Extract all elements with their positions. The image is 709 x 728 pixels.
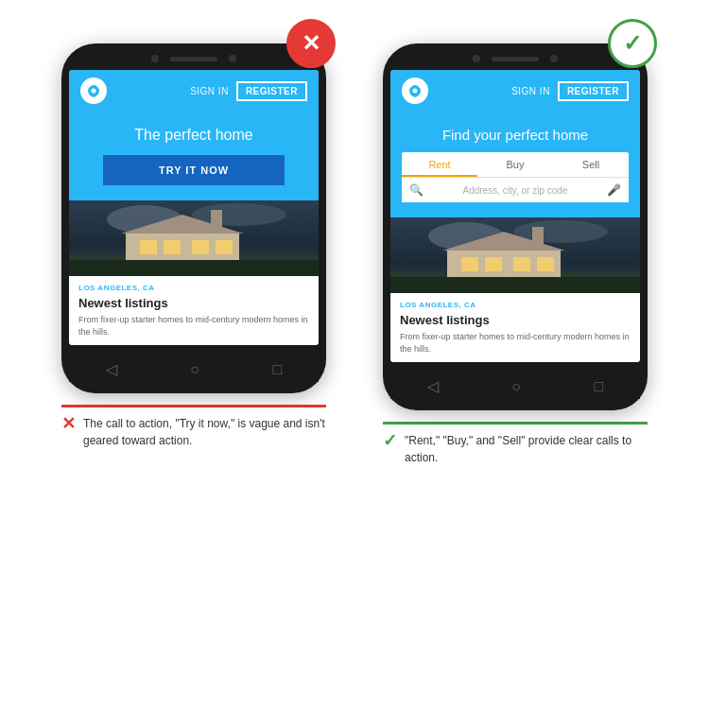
svg-rect-24: [537, 257, 554, 271]
home-icon-bad[interactable]: ○: [190, 361, 199, 378]
tab-buy[interactable]: Buy: [477, 152, 553, 177]
bad-property-desc: From fixer-up starter homes to mid-centu…: [78, 314, 309, 338]
good-phone-frame: SIGN IN REGISTER Find your perfect home …: [383, 43, 648, 410]
svg-point-0: [92, 89, 96, 94]
phone-camera2-bad: [229, 55, 236, 62]
bad-sign-in[interactable]: SIGN IN: [190, 86, 229, 96]
bad-card-area: LOS ANGELES, CA Newest listings From fix…: [69, 200, 319, 345]
back-icon-bad[interactable]: ◁: [106, 360, 117, 378]
good-badge: ✓: [608, 19, 657, 68]
bad-property-image: [69, 200, 319, 276]
svg-rect-22: [485, 257, 502, 271]
bad-property-info: LOS ANGELES, CA Newest listings From fix…: [69, 276, 319, 345]
back-icon-good[interactable]: ◁: [427, 377, 439, 395]
bad-caption-icon: ✕: [61, 415, 76, 432]
good-phone-screen: SIGN IN REGISTER Find your perfect home …: [390, 70, 640, 362]
bad-register-button[interactable]: REGISTER: [236, 81, 307, 101]
good-app-header: SIGN IN REGISTER: [390, 70, 640, 112]
good-property-desc: From fixer-up starter homes to mid-centu…: [400, 331, 631, 355]
bad-caption-bar: [61, 405, 326, 407]
bad-property-title: Newest listings: [78, 296, 309, 310]
recents-icon-good[interactable]: □: [595, 378, 604, 395]
bad-badge: ✕: [286, 19, 336, 68]
bad-badge-icon: ✕: [302, 30, 320, 57]
bad-caption-section: ✕ The call to action, "Try it now," is v…: [61, 405, 326, 449]
good-register-button[interactable]: REGISTER: [558, 81, 629, 101]
svg-rect-7: [211, 210, 222, 227]
good-badge-icon: ✓: [623, 30, 642, 57]
bad-phone-screen: SIGN IN REGISTER The perfect home TRY IT…: [69, 70, 319, 345]
home-icon-good[interactable]: ○: [511, 378, 521, 395]
good-header-nav: SIGN IN REGISTER: [511, 81, 629, 101]
search-placeholder: Address, city, or zip code: [429, 185, 601, 196]
svg-rect-11: [216, 240, 233, 254]
search-icon: 🔍: [409, 183, 424, 197]
good-caption-text: "Rent," "Buy," and "Sell" provide clear …: [405, 432, 648, 466]
good-search-bar[interactable]: 🔍 Address, city, or zip code 🎤: [402, 177, 629, 202]
svg-point-13: [413, 89, 418, 94]
tab-sell[interactable]: Sell: [553, 152, 629, 177]
bad-hero-title: The perfect home: [80, 127, 307, 144]
bad-house-svg: [69, 200, 319, 276]
tab-rent[interactable]: Rent: [402, 152, 477, 177]
bad-app-header: SIGN IN REGISTER: [69, 70, 319, 112]
bad-app-logo: [80, 78, 107, 104]
logo-icon-bad: [86, 83, 101, 98]
comparison-container: ✕ SIGN IN R: [9, 19, 700, 466]
good-bottom-nav: ◁ ○ □: [390, 370, 640, 399]
bad-location: LOS ANGELES, CA: [78, 284, 309, 292]
logo-icon-good: [407, 83, 423, 98]
good-caption-bar: [383, 422, 648, 425]
bad-phone-section: ✕ SIGN IN R: [43, 19, 345, 449]
good-property-info: LOS ANGELES, CA Newest listings From fix…: [390, 293, 640, 362]
svg-rect-10: [192, 240, 209, 254]
phone-top-bar-good: [390, 55, 640, 62]
good-caption-section: ✓ "Rent," "Buy," and "Sell" provide clea…: [383, 422, 648, 466]
good-house-svg: [390, 217, 640, 293]
bad-phone-frame: SIGN IN REGISTER The perfect home TRY IT…: [61, 43, 326, 393]
bad-cta-button[interactable]: TRY IT NOW: [103, 155, 285, 185]
phone-camera-good: [473, 55, 480, 62]
phone-camera-bad: [151, 55, 159, 62]
good-caption-content: ✓ "Rent," "Buy," and "Sell" provide clea…: [383, 432, 648, 466]
good-search-section: Find your perfect home Rent Buy Sell: [390, 112, 640, 217]
good-location: LOS ANGELES, CA: [400, 301, 631, 309]
svg-rect-9: [164, 240, 181, 254]
good-property-title: Newest listings: [400, 313, 631, 327]
bad-bottom-nav: ◁ ○ □: [69, 353, 319, 382]
svg-rect-12: [69, 260, 319, 276]
svg-rect-8: [140, 240, 157, 254]
good-property-image: [390, 217, 640, 293]
svg-rect-20: [532, 227, 544, 244]
svg-rect-21: [461, 257, 478, 271]
mic-icon[interactable]: 🎤: [607, 183, 621, 197]
recents-icon-bad[interactable]: □: [273, 361, 283, 378]
svg-rect-25: [390, 277, 640, 293]
phone-camera2-good: [550, 55, 558, 62]
bad-hero-section: The perfect home TRY IT NOW: [69, 112, 319, 200]
good-card-area: LOS ANGELES, CA Newest listings From fix…: [390, 217, 640, 362]
good-tab-bar: Rent Buy Sell: [402, 152, 629, 177]
bad-caption-text: The call to action, "Try it now," is vag…: [83, 415, 326, 449]
bad-caption-content: ✕ The call to action, "Try it now," is v…: [61, 415, 326, 449]
svg-rect-23: [513, 257, 530, 271]
good-hero-title: Find your perfect home: [402, 127, 629, 143]
good-app-logo: [402, 78, 428, 104]
phone-speaker-bad: [170, 57, 217, 61]
phone-speaker-good: [492, 57, 539, 61]
bad-header-nav: SIGN IN REGISTER: [190, 81, 307, 101]
good-sign-in[interactable]: SIGN IN: [511, 86, 550, 96]
good-phone-section: ✓ SIGN IN R: [364, 19, 666, 466]
phone-top-bar-bad: [69, 55, 319, 62]
good-caption-icon: ✓: [383, 432, 397, 449]
